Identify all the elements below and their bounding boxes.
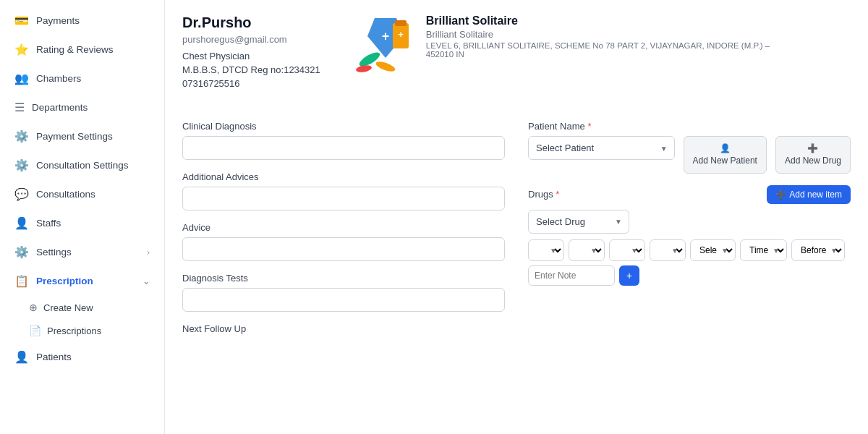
sidebar-item-create-new[interactable]: ⊕ Create New (29, 296, 164, 319)
clinic-name: Brilliant Solitaire (426, 14, 788, 27)
sidebar-label-rating: Rating & Reviews (36, 44, 114, 55)
doctor-info: Dr.Pursho purshoregus@gmail.com Chest Ph… (182, 14, 320, 89)
consultations-icon: 💬 (14, 187, 29, 201)
advice-input[interactable] (182, 237, 505, 261)
clinic-text: Brilliant Solitaire Brilliant Solitaire … (426, 14, 788, 59)
svg-text:+: + (382, 29, 390, 43)
drugs-required: * (556, 189, 559, 200)
sidebar-label-settings: Settings (36, 247, 72, 258)
add-new-item-button[interactable]: ➕ Add new item (767, 185, 851, 204)
drug-dropdown-1[interactable] (528, 239, 564, 261)
main-content: Dr.Pursho purshoregus@gmail.com Chest Ph… (165, 0, 868, 434)
payment-settings-icon: ⚙️ (14, 129, 29, 143)
svg-point-6 (375, 60, 396, 74)
sidebar-label-prescriptions: Prescriptions (47, 326, 101, 336)
sidebar-label-departments: Departments (32, 102, 88, 113)
sidebar-item-patients[interactable]: 👤 Patients (3, 343, 161, 371)
clinic-info: + + Brilliant Solitaire Brilliant Solita… (349, 14, 788, 76)
settings-icon: ⚙️ (14, 245, 29, 259)
drugs-header: Drugs * ➕ Add new item (528, 185, 851, 204)
svg-text:+: + (398, 29, 404, 40)
sidebar-item-payments[interactable]: 💳 Payments (3, 7, 161, 35)
sidebar-item-settings[interactable]: ⚙️ Settings › (3, 238, 161, 266)
diagnosis-tests-input[interactable] (182, 288, 505, 312)
create-new-icon: ⊕ (29, 302, 38, 313)
sidebar-item-departments[interactable]: ☰ Departments (3, 93, 161, 122)
clinic-address: LEVEL 6, BRILLIANT SOLITAIRE, SCHEME No … (426, 41, 788, 59)
doctor-specialty: Chest Physician (182, 51, 320, 61)
advice-label: Advice (182, 222, 505, 233)
add-new-drug-button[interactable]: ➕ Add New Drug (775, 136, 851, 174)
settings-chevron-icon: › (147, 247, 150, 258)
prescription-form: Clinical Diagnosis Additional Advices Ad… (182, 121, 851, 346)
sidebar-item-rating-reviews[interactable]: ⭐ Rating & Reviews (3, 35, 161, 64)
doctor-phone: 07316725516 (182, 78, 320, 89)
additional-advices-input[interactable] (182, 187, 505, 210)
form-right-column: Patient Name * Select Patient 👤 Add New … (528, 121, 851, 346)
drug-note-input[interactable] (528, 265, 615, 286)
svg-point-7 (355, 64, 372, 74)
prescription-icon: 📋 (14, 274, 29, 288)
patient-select-wrapper: Select Patient (528, 136, 675, 160)
add-patient-icon: 👤 (720, 143, 731, 153)
clinical-diagnosis-input[interactable] (182, 136, 505, 160)
patient-name-required: * (587, 121, 591, 132)
sidebar-label-create-new: Create New (43, 302, 93, 313)
drug-dropdown-2[interactable] (569, 239, 605, 261)
patient-select-div: Select Patient (528, 136, 675, 160)
dropdown6-wrapper: Time (740, 239, 787, 261)
svg-rect-3 (395, 20, 407, 26)
dropdown4-wrapper (650, 239, 686, 261)
prescriptions-icon: 📄 (29, 325, 41, 336)
add-item-label: Add new item (789, 190, 842, 200)
clinic-logo: + + (349, 14, 414, 76)
sidebar-item-consultations[interactable]: 💬 Consultations (3, 180, 161, 208)
drug-dropdown-3[interactable] (609, 239, 645, 261)
rating-icon: ⭐ (14, 43, 29, 56)
next-follow-up-group: Next Follow Up (182, 323, 505, 334)
clinical-diagnosis-label: Clinical Diagnosis (182, 121, 505, 132)
sidebar-item-prescriptions[interactable]: 📄 Prescriptions (29, 319, 164, 342)
prescription-chevron-icon: ⌄ (142, 276, 150, 286)
plus-icon: + (626, 270, 632, 281)
doctor-email: purshoregus@gmail.com (182, 34, 320, 45)
consultation-settings-icon: ⚙️ (14, 158, 29, 172)
patient-select[interactable]: Select Patient (528, 136, 675, 160)
next-follow-up-label: Next Follow Up (182, 323, 505, 334)
add-item-icon: ➕ (775, 190, 786, 200)
sidebar-label-chambers: Chambers (36, 73, 81, 84)
sidebar-item-prescription[interactable]: 📋 Prescription ⌄ (3, 267, 161, 295)
add-patient-label: Add New Patient (693, 156, 757, 166)
drug-dropdown-5[interactable]: Sele (690, 239, 736, 261)
drug-dropdown-before[interactable]: Before (791, 239, 845, 261)
drug-dropdown-time[interactable]: Time (740, 239, 787, 261)
clinical-diagnosis-group: Clinical Diagnosis (182, 121, 505, 160)
dropdown3-wrapper (609, 239, 645, 261)
drug-select[interactable]: Select Drug (528, 210, 629, 234)
sidebar: 💳 Payments ⭐ Rating & Reviews 👥 Chambers… (0, 0, 165, 434)
add-drug-label: Add New Drug (785, 156, 841, 166)
dropdown7-wrapper: Before (791, 239, 845, 261)
sidebar-item-chambers[interactable]: 👥 Chambers (3, 64, 161, 93)
drug-dropdown-4[interactable] (650, 239, 686, 261)
sidebar-label-payment-settings: Payment Settings (36, 131, 113, 142)
prescription-submenu: ⊕ Create New 📄 Prescriptions (0, 296, 164, 342)
add-new-patient-button[interactable]: 👤 Add New Patient (684, 136, 767, 174)
dropdown5-wrapper: Sele (690, 239, 736, 261)
drug-add-row-button[interactable]: + (619, 265, 639, 286)
patient-row: Select Patient 👤 Add New Patient ➕ Add N… (528, 136, 851, 174)
sidebar-label-consultation-settings: Consultation Settings (36, 160, 129, 171)
sidebar-item-staffs[interactable]: 👤 Staffs (3, 209, 161, 237)
dropdown2-wrapper (569, 239, 605, 261)
drugs-label: Drugs * (528, 189, 559, 200)
sidebar-label-patients: Patients (36, 352, 72, 362)
drugs-section: Drugs * ➕ Add new item Select Drug (528, 185, 851, 286)
sidebar-item-consultation-settings[interactable]: ⚙️ Consultation Settings (3, 151, 161, 179)
sidebar-label-prescription: Prescription (36, 276, 93, 286)
chambers-icon: 👥 (14, 72, 29, 85)
sidebar-item-payment-settings[interactable]: ⚙️ Payment Settings (3, 122, 161, 150)
drug-dropdowns-row: Sele Time Before + (528, 239, 851, 286)
patient-name-group: Patient Name * Select Patient 👤 Add New … (528, 121, 851, 174)
clinic-sub: Brilliant Solitaire (426, 29, 788, 40)
doctor-name: Dr.Pursho (182, 14, 320, 31)
